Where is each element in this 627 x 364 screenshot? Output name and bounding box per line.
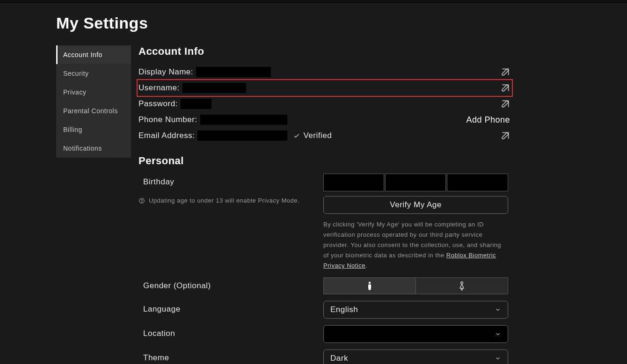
label-password: Password: bbox=[139, 99, 178, 109]
sidebar-item-label: Notifications bbox=[63, 145, 102, 152]
sidebar-item-notifications[interactable]: Notifications bbox=[56, 139, 131, 158]
sidebar-item-label: Privacy bbox=[63, 88, 86, 96]
value-email-redacted bbox=[197, 131, 287, 141]
row-username: Username: bbox=[139, 80, 510, 96]
value-phone-redacted bbox=[200, 115, 287, 125]
settings-sidebar: Account Info Security Privacy Parental C… bbox=[56, 45, 131, 158]
chevron-down-icon bbox=[495, 306, 501, 313]
label-birthday: Birthday bbox=[139, 174, 323, 187]
location-value-redacted bbox=[330, 329, 489, 339]
label-location: Location bbox=[139, 325, 323, 338]
row-password: Password: bbox=[139, 96, 510, 112]
female-icon bbox=[459, 281, 465, 291]
language-value: English bbox=[330, 305, 358, 314]
section-title-account-info: Account Info bbox=[139, 45, 510, 58]
chevron-down-icon bbox=[495, 355, 501, 362]
age-note-text: Updating age to under 13 will enable Pri… bbox=[149, 197, 299, 204]
value-username-redacted bbox=[182, 83, 246, 93]
value-password-redacted bbox=[181, 99, 211, 109]
layout: Account Info Security Privacy Parental C… bbox=[56, 45, 627, 364]
spacer bbox=[139, 343, 508, 349]
help-icon bbox=[139, 197, 145, 204]
age-note: Updating age to under 13 will enable Pri… bbox=[139, 197, 323, 204]
page-title: My Settings bbox=[56, 14, 627, 32]
language-select[interactable]: English bbox=[323, 301, 508, 319]
add-phone-button[interactable]: Add Phone bbox=[466, 115, 510, 125]
sidebar-item-label: Billing bbox=[63, 126, 82, 133]
verified-badge: Verified bbox=[293, 131, 332, 140]
row-email: Email Address: Verified bbox=[139, 128, 510, 144]
sidebar-item-billing[interactable]: Billing bbox=[56, 120, 131, 139]
sidebar-item-privacy[interactable]: Privacy bbox=[56, 83, 131, 102]
label-gender: Gender (Optional) bbox=[139, 277, 323, 291]
label-theme: Theme bbox=[139, 349, 323, 363]
settings-container: My Settings Account Info Security Privac… bbox=[0, 3, 627, 364]
birthday-year-select[interactable] bbox=[447, 174, 508, 191]
value-display-name-redacted bbox=[196, 67, 271, 77]
edit-icon[interactable] bbox=[501, 131, 510, 140]
sidebar-item-label: Account Info bbox=[63, 51, 102, 58]
spacer bbox=[139, 319, 508, 325]
cell-birthday-controls: Verify My Age By clicking 'Verify My Age… bbox=[323, 174, 508, 271]
theme-select[interactable]: Dark bbox=[323, 349, 508, 364]
label-username: Username: bbox=[139, 83, 180, 93]
verify-info-text: By clicking 'Verify My Age' you will be … bbox=[323, 219, 508, 271]
check-icon bbox=[293, 132, 300, 139]
gender-toggle bbox=[323, 277, 508, 294]
section-title-personal: Personal bbox=[139, 155, 510, 167]
row-phone: Phone Number: Add Phone bbox=[139, 112, 510, 128]
sidebar-item-label: Parental Controls bbox=[63, 107, 118, 115]
sidebar-item-parental-controls[interactable]: Parental Controls bbox=[56, 102, 131, 120]
label-display-name: Display Name: bbox=[139, 67, 193, 77]
svg-point-2 bbox=[369, 282, 371, 284]
sidebar-item-security[interactable]: Security bbox=[56, 64, 131, 83]
chevron-down-icon bbox=[495, 331, 501, 337]
sidebar-item-label: Security bbox=[63, 70, 89, 77]
male-icon bbox=[366, 281, 373, 291]
svg-point-1 bbox=[142, 202, 142, 202]
personal-grid: Birthday Updating age to under 13 will e… bbox=[139, 174, 510, 364]
row-display-name: Display Name: bbox=[139, 64, 510, 80]
edit-icon[interactable] bbox=[501, 67, 510, 77]
birthday-month-select[interactable] bbox=[323, 174, 384, 191]
verify-my-age-button[interactable]: Verify My Age bbox=[323, 196, 508, 214]
gender-male-button[interactable] bbox=[324, 278, 416, 294]
birthday-day-select[interactable] bbox=[385, 174, 446, 191]
birthday-selects bbox=[323, 174, 508, 191]
edit-icon[interactable] bbox=[501, 83, 510, 93]
label-phone: Phone Number: bbox=[139, 115, 197, 124]
cell-birthday-label: Birthday Updating age to under 13 will e… bbox=[139, 174, 323, 204]
sidebar-item-account-info[interactable]: Account Info bbox=[56, 45, 131, 64]
verify-info-suffix: . bbox=[365, 262, 367, 269]
gender-female-button[interactable] bbox=[416, 278, 508, 294]
spacer bbox=[139, 271, 508, 277]
location-select[interactable] bbox=[323, 325, 508, 343]
verified-text: Verified bbox=[303, 131, 332, 140]
label-email: Email Address: bbox=[139, 131, 195, 140]
label-language: Language bbox=[139, 301, 323, 314]
spacer bbox=[139, 294, 508, 301]
theme-value: Dark bbox=[330, 354, 348, 363]
main-panel: Account Info Display Name: Username: Pas… bbox=[131, 45, 510, 364]
edit-icon[interactable] bbox=[501, 99, 510, 109]
